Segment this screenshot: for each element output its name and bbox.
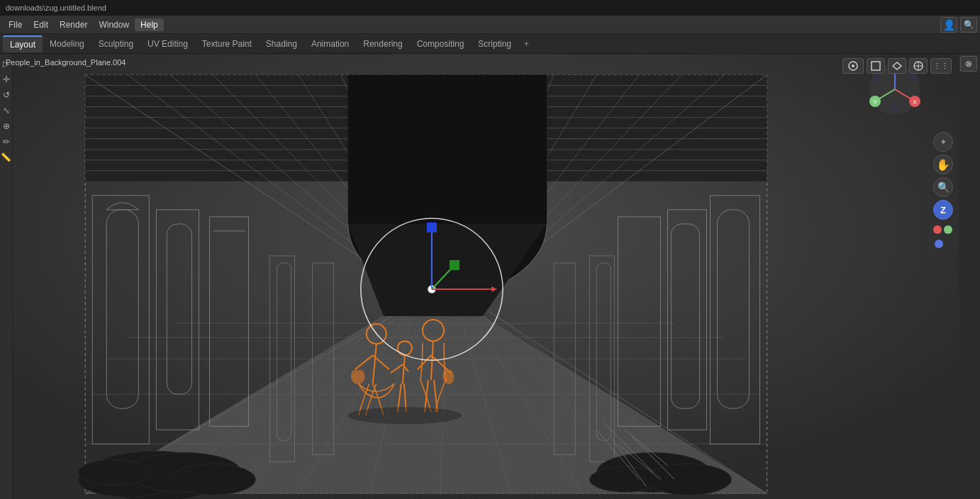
x-axis-dot: [933, 225, 942, 234]
svg-text:Y: Y: [873, 99, 877, 106]
tab-animation[interactable]: Animation: [304, 36, 356, 52]
svg-rect-124: [872, 62, 880, 70]
title-text: downloads\zug.untitled.blend: [6, 4, 106, 12]
search-icon[interactable]: 🔍: [960, 17, 977, 33]
tool-annotate[interactable]: ✏: [0, 135, 13, 149]
viewport-right-controls: ⌖ ✋ 🔍 Z: [933, 132, 953, 248]
viewport-icon-5[interactable]: ⋮⋮: [930, 58, 952, 74]
viewport[interactable]: People_in_Background_Plane.004: [0, 54, 959, 499]
tab-shading[interactable]: Shading: [259, 36, 304, 52]
title-bar: downloads\zug.untitled.blend: [0, 0, 980, 16]
tab-scripting[interactable]: Scripting: [471, 36, 518, 52]
svg-text:X: X: [913, 99, 917, 106]
viewport-icon-4[interactable]: [909, 58, 928, 74]
viewport-icon-2[interactable]: [867, 58, 885, 74]
menu-window[interactable]: Window: [93, 18, 135, 31]
tool-rotate[interactable]: ↺: [0, 88, 13, 102]
viewport-icon-3[interactable]: [888, 58, 906, 74]
tool-scale[interactable]: ⤡: [0, 103, 13, 118]
menu-render[interactable]: Render: [54, 18, 93, 31]
left-tool-panel: ▷ ✛ ↺ ⤡ ⊕ ✏ 📏: [0, 54, 13, 499]
viewport-object-label: People_in_Background_Plane.004: [6, 58, 126, 67]
tool-transform[interactable]: ⊕: [0, 119, 13, 133]
tab-rendering[interactable]: Rendering: [356, 36, 409, 52]
svg-point-108: [348, 407, 462, 424]
menu-edit[interactable]: Edit: [28, 18, 54, 31]
tool-move[interactable]: ✛: [0, 72, 13, 86]
menu-bar: File Edit Render Window Help 👤 🔍: [0, 16, 980, 34]
tab-sculpting[interactable]: Sculpting: [91, 36, 140, 52]
svg-point-74: [78, 459, 149, 485]
tab-texture-paint[interactable]: Texture Paint: [195, 36, 259, 52]
svg-rect-105: [450, 260, 460, 270]
view-zoom-icon[interactable]: 🔍: [933, 177, 953, 197]
tool-measure[interactable]: 📏: [0, 150, 13, 164]
tab-compositing[interactable]: Compositing: [410, 36, 472, 52]
y-axis-dot: [944, 225, 952, 234]
svg-rect-103: [427, 223, 437, 232]
z-axis-dot: [935, 240, 943, 248]
tab-layout[interactable]: Layout: [3, 35, 43, 52]
svg-point-119: [891, 105, 899, 113]
svg-marker-68: [348, 75, 547, 224]
workspace-tabs: Layout Modeling Sculpting UV Editing Tex…: [0, 34, 980, 54]
view-move-icon[interactable]: ✋: [933, 155, 953, 174]
viewport-icon-buttons: ⋮⋮: [842, 58, 952, 74]
account-icon[interactable]: 👤: [940, 17, 957, 33]
tab-uv-editing[interactable]: UV Editing: [140, 36, 195, 52]
tab-modeling[interactable]: Modeling: [43, 36, 91, 52]
viewport-icon-1[interactable]: [842, 58, 864, 74]
tab-add[interactable]: +: [518, 36, 535, 52]
view-select-icon[interactable]: ⌖: [933, 132, 953, 152]
menu-help[interactable]: Help: [135, 18, 164, 31]
svg-point-73: [170, 464, 255, 495]
view-z-label[interactable]: Z: [933, 200, 953, 220]
menu-file[interactable]: File: [3, 18, 28, 31]
physics-icon[interactable]: ⊗: [960, 56, 977, 72]
viewport-scene: [0, 54, 959, 499]
svg-point-123: [852, 65, 854, 67]
